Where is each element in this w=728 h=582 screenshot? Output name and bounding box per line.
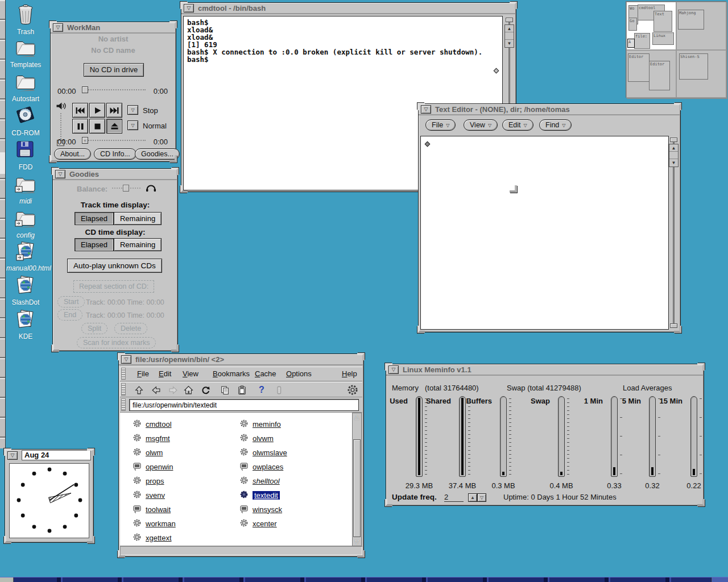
cd-remaining-toggle[interactable]: Remaining [114,238,162,251]
file-item[interactable]: olwmslave [239,447,287,458]
pager-mini-window[interactable]: Go [628,18,637,31]
pager-mini-window[interactable]: Text [653,11,672,32]
kfm-gear-logo-icon[interactable] [346,384,359,396]
cmdtool-titlebar[interactable]: ▽ cmdtool - /bin/bash [181,3,516,14]
play-button[interactable] [89,103,105,118]
reload-icon[interactable] [199,384,212,396]
play-state-menu-button[interactable]: ▽ [127,105,138,115]
file-item[interactable]: toolwait [133,504,171,515]
menubar-grip[interactable] [121,368,126,380]
desktop-icon-templates[interactable]: Templates [7,36,44,69]
pager-mini-window[interactable]: file: [634,33,650,49]
pager-mini-window[interactable]: Editor [628,53,650,82]
desktop-icon-slashdot[interactable]: SlashDot [7,275,44,306]
goodies-titlebar[interactable]: ▽ Goodies [53,169,177,180]
file-item[interactable]: winsysck [239,504,282,515]
pager-desktop-4[interactable]: Shisen-S [676,50,726,98]
menu-edit[interactable]: Edit [159,369,171,378]
pause-button[interactable] [72,119,88,134]
desktop-icon-trash[interactable]: Trash [7,3,44,36]
file-item[interactable]: meminfo [239,418,281,430]
eject-button[interactable] [106,119,122,134]
menu-cache[interactable]: Cache [255,369,276,378]
menu-options[interactable]: Options [286,369,312,378]
next-track-button[interactable] [106,103,122,118]
file-item[interactable]: workman [133,518,176,529]
left-edge-window-strip[interactable] [0,0,6,448]
desktop-icon-midi[interactable]: midi [7,173,44,205]
pager-mini-window[interactable]: Editor [649,61,670,90]
workman-titlebar[interactable]: ▽ WorkMan [51,22,176,34]
scroll-up-arrow[interactable]: △ [353,413,361,421]
file-item[interactable]: owplaces [239,461,283,472]
cd-position-slider[interactable]: « [82,137,146,144]
toolbar-grip[interactable] [121,383,126,396]
menu-file[interactable]: File [137,369,149,378]
file-item[interactable]: xcenter [239,518,277,529]
file-item[interactable]: xgettext [133,532,172,543]
taskbar-edge[interactable] [0,577,728,582]
scroll-drag-box[interactable] [505,32,514,40]
play-mode-menu-button[interactable]: ▽ [127,120,138,130]
pager-mini-window[interactable]: Linux [652,32,674,45]
about-button[interactable]: About... [54,148,91,160]
file-item[interactable]: shelltool [239,475,280,487]
file-item[interactable]: cmdtool [133,418,172,430]
file-menu-button[interactable]: File▽ [425,119,456,131]
file-item[interactable]: msgfmt [133,433,170,444]
autoplay-button[interactable]: Auto-play unknown CDs [67,259,162,273]
pager-desktop-2[interactable]: Mahjong [676,2,726,50]
help-icon[interactable]: ? [255,384,268,396]
filemanager-titlebar[interactable]: ▽ file:/usr/openwin/bin/ <2> [119,354,363,365]
filelist-scrollbar[interactable]: △ ▽ [352,413,362,546]
pager-mini-window[interactable]: Shisen-S [679,53,708,80]
pager-desktop-1-current[interactable]: Wo cmdtool Text Go file: Linux A [626,2,676,50]
taskbar-left-block[interactable] [0,577,14,582]
meminfo-titlebar[interactable]: ▽ Linux Meminfo v1.1 [386,364,704,376]
find-menu-button[interactable]: Find▽ [539,119,572,131]
texteditor-titlebar[interactable]: ▽ Text Editor - (NONE), dir; /home/tomas [419,104,680,115]
scroll-down-arrow[interactable]: ▼ [669,159,678,167]
pager-mini-icon[interactable]: A [627,39,635,48]
locationbar-grip[interactable] [121,398,126,411]
scroll-drag-box[interactable] [669,152,678,159]
cd-status-button[interactable]: No CD in drive [84,63,144,77]
taskbar-right-block[interactable] [711,577,728,582]
copy-icon[interactable] [218,384,231,396]
scroll-down-arrow[interactable]: ▼ [505,40,514,47]
clock-titlebar[interactable]: ▽ Aug 24 [5,450,93,461]
desktop-icon-autostart[interactable]: Autostart [7,70,44,103]
cd-elapsed-toggle[interactable]: Elapsed [75,238,114,251]
update-freq-value[interactable]: 2 [444,493,464,502]
file-item[interactable]: svenv [133,489,165,501]
track-remaining-toggle[interactable]: Remaining [114,212,162,225]
desktop-icon-manual00-html[interactable]: manual00.html [6,241,46,272]
scroll-up-arrow[interactable]: ▲ [505,25,514,32]
file-item[interactable]: olvwm [239,433,274,444]
editor-scrollbar[interactable]: ▲ ▼ [669,136,679,329]
file-item[interactable]: openwin [133,461,173,472]
file-item-selected[interactable]: textedit [239,489,280,501]
paste-icon[interactable] [235,384,248,396]
track-elapsed-toggle[interactable]: Elapsed [75,212,114,225]
pager-mini-window[interactable]: Mahjong [678,10,704,30]
edit-menu-button[interactable]: Edit▽ [502,119,533,131]
back-icon[interactable] [150,384,162,396]
home-icon[interactable] [182,384,195,396]
update-freq-increment-button[interactable]: ▲ [468,493,477,502]
cd-info-button[interactable]: CD Info... [94,148,136,160]
menu-help[interactable]: Help [342,369,357,378]
desktop-icon-fdd[interactable]: FDD [7,139,44,171]
file-item[interactable]: props [133,475,164,487]
desktop-icon-cdrom[interactable]: CD-ROM [7,105,44,137]
view-menu-button[interactable]: View▽ [464,119,498,131]
scroll-up-arrow[interactable]: ▲ [669,144,678,152]
update-freq-decrement-button[interactable]: ▽ [477,493,486,502]
previous-track-button[interactable] [72,103,88,118]
up-icon[interactable] [133,384,145,396]
location-input[interactable] [129,399,359,411]
desktop-icon-kde[interactable]: KDE [7,309,44,340]
file-item[interactable]: olwm [133,447,163,458]
menu-view[interactable]: View [183,369,198,378]
editor-text-area[interactable] [420,136,669,330]
